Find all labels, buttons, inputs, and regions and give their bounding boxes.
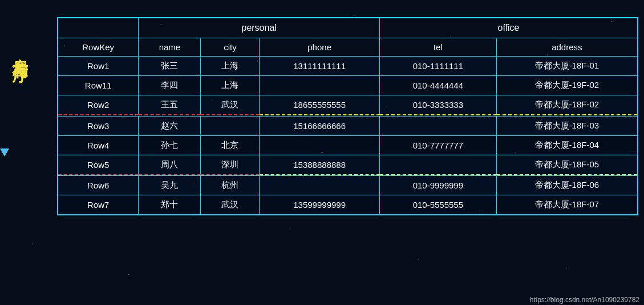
city-cell: 杭州: [201, 176, 260, 195]
address-cell: 帝都大厦-18F-01: [496, 57, 638, 76]
table-row: Row11李四上海010-4444444帝都大厦-19F-02: [58, 76, 638, 95]
name-cell: 李四: [139, 76, 201, 95]
tel-cell: 010-3333333: [379, 95, 496, 115]
address-cell: 帝都大厦-18F-07: [496, 195, 638, 215]
city-cell: [201, 116, 260, 135]
city-cell: 武汉: [201, 195, 260, 215]
tel-cell: 010-5555555: [379, 195, 496, 215]
rowkey-cell: Row11: [58, 76, 139, 95]
arrow-down-icon: [0, 149, 9, 156]
rowkey-cell: Row4: [58, 135, 139, 155]
phone-cell: [260, 135, 380, 155]
address-cell: 帝都大厦-19F-02: [496, 76, 638, 95]
table-wrapper: personal office RowKey name city phone t…: [57, 17, 638, 288]
table-row: Row6吴九杭州010-9999999帝都大厦-18F-06: [58, 176, 638, 195]
rowkey-cell: Row7: [58, 195, 139, 215]
table-row: Row2王五武汉18655555555010-3333333帝都大厦-18F-0…: [58, 95, 638, 115]
table-row: Row4孙七北京010-7777777帝都大厦-18F-04: [58, 135, 638, 155]
rowkey-group-header: [58, 18, 139, 38]
tel-col-header: tel: [379, 38, 496, 57]
phone-cell: 15388888888: [260, 155, 380, 175]
group-header-row: personal office: [58, 18, 638, 38]
column-header-row: RowKey name city phone tel address: [58, 38, 638, 57]
table-body: Row1张三上海13111111111010-1111111帝都大厦-18F-0…: [58, 57, 638, 215]
tel-cell: 010-4444444: [379, 76, 496, 95]
tel-cell: 010-9999999: [379, 176, 496, 195]
city-cell: 上海: [201, 57, 260, 76]
tel-cell: 010-1111111: [379, 57, 496, 76]
tel-cell: [379, 116, 496, 135]
rowkey-cell: Row2: [58, 95, 139, 115]
city-cell: 北京: [201, 135, 260, 155]
tel-cell: [379, 155, 496, 175]
address-cell: 帝都大厦-18F-06: [496, 176, 638, 195]
left-label-text: 全局有序: [10, 46, 30, 55]
tel-cell: 010-7777777: [379, 135, 496, 155]
address-cell: 帝都大厦-18F-03: [496, 116, 638, 135]
name-cell: 吴九: [139, 176, 201, 195]
city-col-header: city: [201, 38, 260, 57]
name-cell: 张三: [139, 57, 201, 76]
data-table: personal office RowKey name city phone t…: [57, 17, 638, 215]
rowkey-col-header: RowKey: [58, 38, 139, 57]
name-cell: 王五: [139, 95, 201, 115]
name-cell: 周八: [139, 155, 201, 175]
phone-cell: 18655555555: [260, 95, 380, 115]
address-cell: 帝都大厦-18F-02: [496, 95, 638, 115]
address-cell: 帝都大厦-18F-05: [496, 155, 638, 175]
address-col-header: address: [496, 38, 638, 57]
table-row: Row1张三上海13111111111010-1111111帝都大厦-18F-0…: [58, 57, 638, 76]
rowkey-cell: Row6: [58, 176, 139, 195]
name-col-header: name: [139, 38, 201, 57]
phone-cell: [260, 176, 380, 195]
city-cell: 深圳: [201, 155, 260, 175]
city-cell: 上海: [201, 76, 260, 95]
rowkey-cell: Row5: [58, 155, 139, 175]
watermark: https://blog.csdn.net/An1090239782: [530, 296, 639, 304]
phone-cell: 13599999999: [260, 195, 380, 215]
office-group-header: office: [379, 18, 638, 38]
city-cell: 武汉: [201, 95, 260, 115]
table-row: Row3赵六15166666666帝都大厦-18F-03: [58, 116, 638, 135]
phone-col-header: phone: [260, 38, 380, 57]
main-content: personal office RowKey name city phone t…: [57, 17, 638, 288]
phone-cell: 15166666666: [260, 116, 380, 135]
table-row: Row7郑十武汉13599999999010-5555555帝都大厦-18F-0…: [58, 195, 638, 215]
phone-cell: 13111111111: [260, 57, 380, 76]
name-cell: 郑十: [139, 195, 201, 215]
rowkey-cell: Row3: [58, 116, 139, 135]
address-cell: 帝都大厦-18F-04: [496, 135, 638, 155]
name-cell: 孙七: [139, 135, 201, 155]
phone-cell: [260, 76, 380, 95]
personal-group-header: personal: [139, 18, 380, 38]
left-label-container: [0, 149, 9, 156]
table-row: Row5周八深圳15388888888帝都大厦-18F-05: [58, 155, 638, 175]
name-cell: 赵六: [139, 116, 201, 135]
rowkey-cell: Row1: [58, 57, 139, 76]
